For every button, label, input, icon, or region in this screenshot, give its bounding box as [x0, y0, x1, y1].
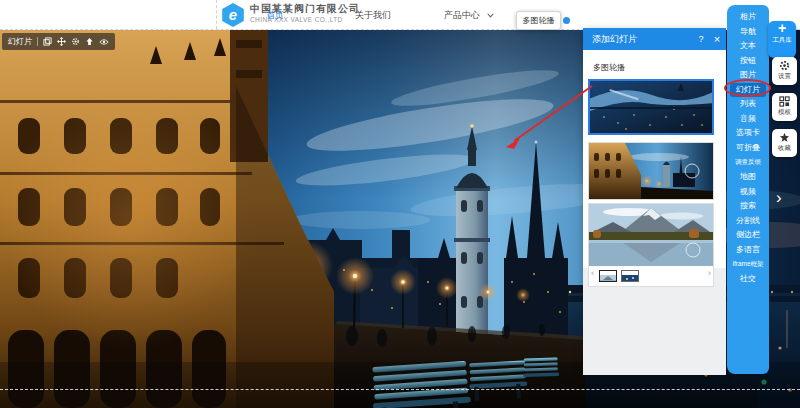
- add-slideshow-panel: 添加幻灯片 ? × 多图轮播: [583, 28, 726, 375]
- widget-sidebar: 相片 导航 文本 按钮 图片 幻灯片 列表 音频 选项卡 可折叠 调查反馈 地图…: [727, 5, 769, 374]
- section-label: 多图轮播: [593, 62, 625, 73]
- sidebar-item-tabs[interactable]: 选项卡: [727, 126, 769, 141]
- divider: [37, 37, 38, 46]
- company-logo: e: [221, 3, 245, 27]
- sidebar-item-collapse[interactable]: 可折叠: [727, 141, 769, 156]
- sidebar-item-text[interactable]: 文本: [727, 39, 769, 54]
- settings-button[interactable]: 设置: [772, 57, 797, 85]
- drag-chip-carousel[interactable]: 多图轮播: [516, 11, 561, 30]
- sidebar-item-social[interactable]: 社交: [727, 272, 769, 287]
- nav-item-about[interactable]: 关于我们: [355, 9, 391, 22]
- thumbnail-prev-arrow[interactable]: ‹: [591, 268, 594, 278]
- settings-label: 设置: [772, 71, 797, 80]
- expand-arrow[interactable]: ›: [776, 190, 782, 206]
- help-icon[interactable]: ?: [694, 34, 708, 44]
- eye-icon[interactable]: [99, 38, 109, 46]
- favorites-label: 收藏: [772, 143, 797, 152]
- sidebar-item-survey[interactable]: 调查反馈: [727, 155, 769, 170]
- move-icon[interactable]: [57, 37, 66, 46]
- gear-icon[interactable]: [71, 37, 80, 46]
- sidebar-item-map[interactable]: 地图: [727, 170, 769, 185]
- duplicate-icon[interactable]: [43, 37, 52, 46]
- template-option-old-town[interactable]: [588, 142, 714, 200]
- sidebar-item-multilang[interactable]: 多语言: [727, 243, 769, 258]
- panel-title: 添加幻灯片: [592, 33, 694, 46]
- nav-item-home[interactable]: 首页: [266, 9, 284, 22]
- template-image: [589, 204, 713, 266]
- section-boundary-dashed: [0, 389, 800, 390]
- logo-letter: e: [229, 6, 237, 23]
- star-icon: [779, 132, 790, 143]
- template-grid-icon: [779, 96, 790, 107]
- chevron-down-icon: [487, 13, 494, 18]
- site-builder-window: e 中国某某阀门有限公司 CHINA XXX VALVE CO.,LTD 首页 …: [0, 0, 800, 408]
- panel-header: 添加幻灯片 ? ×: [583, 28, 726, 50]
- mini-thumbnail-2[interactable]: [621, 270, 639, 282]
- sidebar-item-nav[interactable]: 导航: [727, 25, 769, 40]
- sidebar-item-video[interactable]: 视频: [727, 185, 769, 200]
- templates-label: 模板: [772, 107, 797, 116]
- toolbox-tab[interactable]: + 工具库: [768, 21, 796, 58]
- template-option-aerial-city[interactable]: [588, 79, 714, 135]
- templates-button[interactable]: 模板: [772, 93, 797, 121]
- thumbnail-next-arrow[interactable]: ›: [708, 268, 711, 278]
- toolbox-tab-label: 工具库: [768, 36, 796, 44]
- element-toolbar-label: 幻灯片: [8, 36, 32, 47]
- sidebar-item-sidebar[interactable]: 侧边栏: [727, 228, 769, 243]
- gear-icon: [779, 60, 790, 71]
- favorites-button[interactable]: 收藏: [772, 129, 797, 157]
- sidebar-item-list[interactable]: 列表: [727, 97, 769, 112]
- close-icon[interactable]: ×: [708, 33, 726, 45]
- edit-guide-line: [216, 0, 217, 29]
- sidebar-item-iframe[interactable]: iframe框架: [727, 257, 769, 272]
- sidebar-item-photo[interactable]: 相片: [727, 10, 769, 25]
- nav-item-products[interactable]: 产品中心: [444, 9, 480, 22]
- template-option-mountain-lake[interactable]: ‹ ›: [588, 203, 714, 287]
- sidebar-item-button[interactable]: 按钮: [727, 54, 769, 69]
- mini-thumbnail-1[interactable]: [599, 270, 617, 282]
- sidebar-item-image[interactable]: 图片: [727, 68, 769, 83]
- sidebar-item-search[interactable]: 搜索: [727, 199, 769, 214]
- element-toolbar: 幻灯片: [2, 33, 115, 50]
- sidebar-item-divider[interactable]: 分割线: [727, 214, 769, 229]
- sidebar-item-slideshow[interactable]: 幻灯片: [730, 83, 766, 98]
- site-header: e 中国某某阀门有限公司 CHINA XXX VALVE CO.,LTD 首页 …: [0, 0, 800, 30]
- drag-anchor-dot: [563, 17, 570, 24]
- sidebar-item-audio[interactable]: 音频: [727, 112, 769, 127]
- plus-icon: +: [768, 21, 796, 36]
- arrow-up-icon[interactable]: [85, 37, 94, 46]
